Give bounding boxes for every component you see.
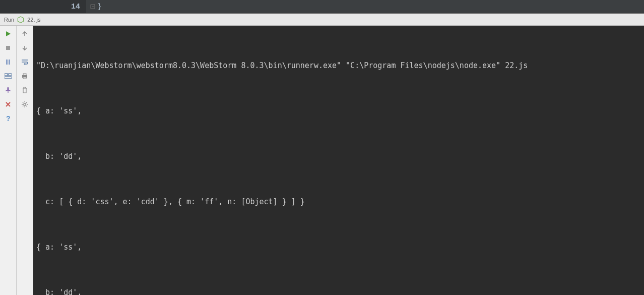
console-line: { a: 'ss', <box>36 240 641 255</box>
restore-layout-button[interactable] <box>3 71 14 81</box>
console-line: b: 'dd', <box>36 285 641 295</box>
run-tool-header: Run 22. js <box>0 14 644 26</box>
clear-all-button[interactable] <box>19 85 30 95</box>
svg-rect-0 <box>6 46 10 50</box>
stop-button[interactable] <box>3 43 14 53</box>
print-button[interactable] <box>19 71 30 81</box>
run-toolbar-secondary <box>17 26 33 295</box>
pin-button[interactable] <box>3 85 14 95</box>
svg-rect-8 <box>23 74 26 75</box>
svg-text:?: ? <box>6 115 11 122</box>
code-text: } <box>97 3 102 11</box>
editor-strip: 14 } <box>0 0 644 14</box>
run-panel-body: ? "D:\ruanjian\Webstorm\webstorm8.0.3\We… <box>0 26 644 295</box>
scroll-up-button[interactable] <box>19 29 30 39</box>
nodejs-icon <box>17 16 24 23</box>
run-toolbar-primary: ? <box>0 26 17 295</box>
close-button[interactable] <box>3 99 14 109</box>
editor-code-line[interactable]: } <box>86 3 102 11</box>
run-tool-label[interactable]: Run <box>4 17 14 23</box>
svg-rect-3 <box>5 74 8 76</box>
svg-rect-4 <box>9 74 12 76</box>
console-line: c: [ { d: 'css', e: 'cdd' }, { m: 'ff', … <box>36 194 641 209</box>
run-config-name[interactable]: 22. js <box>27 17 40 23</box>
scroll-down-button[interactable] <box>19 43 30 53</box>
pause-button[interactable] <box>3 57 14 67</box>
svg-rect-9 <box>23 77 26 79</box>
settings-icon[interactable] <box>19 99 30 109</box>
console-output[interactable]: "D:\ruanjian\Webstorm\webstorm8.0.3\WebS… <box>33 26 644 295</box>
console-line: b: 'dd', <box>36 149 641 164</box>
console-command-line: "D:\ruanjian\Webstorm\webstorm8.0.3\WebS… <box>36 58 641 73</box>
rerun-button[interactable] <box>3 29 14 39</box>
editor-gutter: 14 <box>0 0 86 13</box>
svg-rect-2 <box>9 60 10 65</box>
help-button[interactable]: ? <box>3 113 14 124</box>
svg-rect-1 <box>6 60 8 65</box>
fold-end-icon[interactable] <box>90 4 95 9</box>
line-number: 14 <box>71 3 80 11</box>
soft-wrap-button[interactable] <box>19 57 30 67</box>
console-line: { a: 'ss', <box>36 103 641 119</box>
svg-rect-5 <box>5 77 12 79</box>
svg-point-10 <box>24 103 26 105</box>
